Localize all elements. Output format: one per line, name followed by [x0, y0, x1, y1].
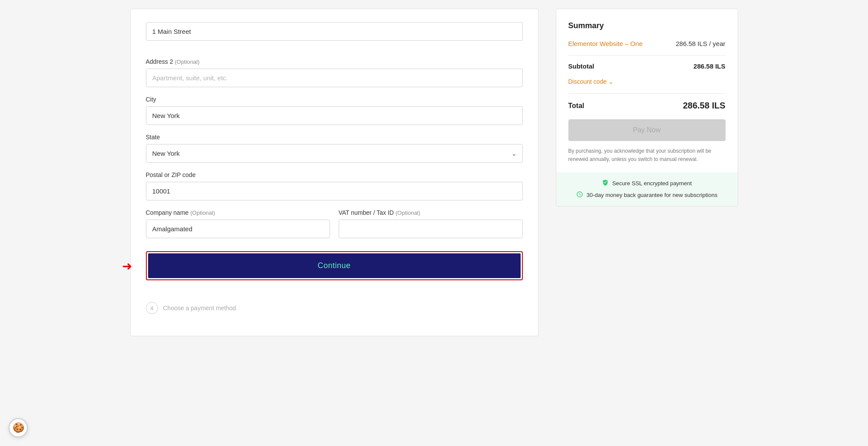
cookie-icon: 🍪	[13, 422, 24, 433]
address2-input[interactable]	[146, 69, 523, 87]
cookie-button[interactable]: 🍪	[9, 418, 28, 437]
page-wrapper: Address 2 (Optional) City State	[0, 0, 868, 446]
pay-now-button[interactable]: Pay Now	[568, 119, 726, 141]
city-label-text: City	[146, 96, 156, 103]
vat-optional-text: (Optional)	[396, 210, 420, 216]
continue-btn-wrapper: Continue	[146, 251, 523, 280]
step4-number: 4	[150, 305, 153, 312]
state-label-text: State	[146, 134, 160, 141]
continue-button[interactable]: Continue	[148, 253, 521, 278]
shield-icon	[602, 179, 609, 187]
summary-divider1	[568, 55, 726, 56]
vat-label-text: VAT number / Tax ID	[339, 209, 394, 216]
company-optional-text: (Optional)	[190, 210, 215, 216]
summary-product-name: Elementor Website – One	[568, 40, 643, 47]
total-label: Total	[568, 102, 584, 110]
summary-product-line: Elementor Website – One 286.58 ILS / yea…	[568, 40, 726, 47]
continue-section: ➜ Continue	[146, 251, 523, 280]
postal-label-text: Postal or ZIP code	[146, 171, 196, 178]
money-back-text: 30-day money back guarantee for new subs…	[587, 192, 717, 198]
postal-input[interactable]	[146, 182, 523, 200]
total-row: Total 286.58 ILS	[568, 101, 726, 111]
state-select[interactable]: New York California Texas Florida	[146, 144, 523, 163]
chevron-down-small-icon: ⌄	[608, 78, 614, 85]
guarantee-box: Secure SSL encrypted payment 30-day mone…	[556, 172, 738, 206]
content-area: Address 2 (Optional) City State	[130, 0, 738, 336]
total-value: 286.58 ILS	[683, 101, 726, 111]
city-label: City	[146, 96, 523, 103]
ssl-text: Secure SSL encrypted payment	[612, 180, 692, 187]
vat-label: VAT number / Tax ID (Optional)	[339, 209, 523, 216]
company-input[interactable]	[146, 220, 330, 238]
form-panel: Address 2 (Optional) City State	[130, 9, 538, 336]
vat-input[interactable]	[339, 220, 523, 238]
postal-label: Postal or ZIP code	[146, 171, 523, 178]
state-select-wrapper: New York California Texas Florida ⌄	[146, 144, 523, 163]
summary-panel: Summary Elementor Website – One 286.58 I…	[556, 9, 738, 207]
address2-label-text: Address 2	[146, 58, 173, 65]
city-input[interactable]	[146, 106, 523, 125]
summary-subtotal-line: Subtotal 286.58 ILS	[568, 62, 726, 70]
state-label: State	[146, 134, 523, 141]
ssl-item: Secure SSL encrypted payment	[602, 179, 692, 187]
city-group: City	[146, 96, 523, 125]
summary-divider2	[568, 93, 726, 94]
step4-circle: 4	[146, 302, 158, 314]
discount-code-link[interactable]: Discount code ⌄	[568, 78, 614, 85]
address2-label: Address 2 (Optional)	[146, 58, 523, 65]
summary-subtotal-value: 286.58 ILS	[693, 62, 725, 70]
company-label: Company name (Optional)	[146, 209, 330, 216]
address1-group	[146, 22, 523, 49]
summary-inner: Summary Elementor Website – One 286.58 I…	[556, 9, 738, 172]
company-vat-row: Company name (Optional) VAT number / Tax…	[146, 209, 523, 247]
summary-product-price: 286.58 ILS / year	[676, 40, 725, 47]
address2-optional-text: (Optional)	[175, 59, 199, 65]
vat-group: VAT number / Tax ID (Optional)	[339, 209, 523, 238]
step4-label: Choose a payment method	[163, 305, 236, 312]
summary-subtotal-label: Subtotal	[568, 62, 594, 70]
address2-group: Address 2 (Optional)	[146, 58, 523, 87]
address1-input[interactable]	[146, 22, 523, 41]
company-group: Company name (Optional)	[146, 209, 330, 238]
step4-row: 4 Choose a payment method	[146, 293, 523, 318]
discount-label: Discount code	[568, 78, 607, 85]
company-label-text: Company name	[146, 209, 189, 216]
state-group: State New York California Texas Florida …	[146, 134, 523, 163]
arrow-right-icon: ➜	[122, 259, 132, 273]
discount-row: Discount code ⌄	[568, 78, 726, 85]
money-back-item: 30-day money back guarantee for new subs…	[576, 191, 717, 199]
clock-icon	[576, 191, 583, 199]
renewal-notice: By purchasing, you acknowledge that your…	[568, 147, 726, 172]
postal-group: Postal or ZIP code	[146, 171, 523, 200]
summary-title: Summary	[568, 21, 726, 30]
